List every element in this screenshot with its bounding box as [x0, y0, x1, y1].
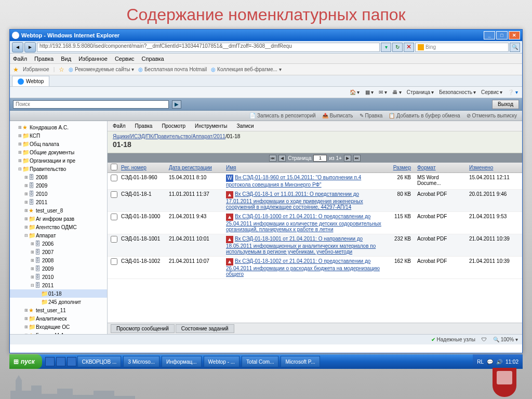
col-modified[interactable]: Изменено [466, 165, 522, 170]
submenu-edit[interactable]: Правка [135, 123, 153, 129]
document-link[interactable]: Вх СЭД-01-18-1 от 11.01.2011: О представ… [226, 191, 363, 210]
tree-item[interactable]: ⊞★test_user_8 [10, 206, 107, 215]
app-search-input[interactable] [13, 100, 169, 109]
home-icon[interactable]: 🏠 ▾ [350, 89, 360, 95]
tree-item[interactable]: ⊞★Герман М.А. [10, 331, 107, 334]
col-date[interactable]: Дата регистрации [166, 165, 223, 170]
favorites-label[interactable]: Избранное [23, 66, 49, 72]
tree-item[interactable]: ⊟🗄2011 [10, 281, 107, 289]
action-clipboard[interactable]: 📋 Добавить в буфер обмена [389, 113, 460, 118]
tree-item[interactable]: ⊟📁Правительство [10, 165, 107, 173]
tree-item[interactable]: ⊞📁Входящие ОС [10, 323, 107, 331]
back-button[interactable]: ◄ [12, 42, 23, 52]
address-input[interactable]: http://192.168.9.5:8080/ised/component/m… [37, 43, 380, 52]
col-size[interactable]: Размер [385, 165, 414, 170]
app-search-go[interactable]: ▶ [172, 100, 181, 109]
tree-item[interactable]: ⊞🗄2009 [10, 264, 107, 273]
select-all-checkbox[interactable] [111, 164, 117, 170]
pager-last[interactable]: ⏭ [353, 155, 361, 162]
forward-button[interactable]: ► [24, 42, 36, 52]
tree-item[interactable]: ⊞📁Общ палата [10, 140, 107, 148]
pager-first[interactable]: ⏮ [269, 155, 276, 162]
taskbar-item[interactable]: 3 Microso... [123, 356, 159, 367]
submenu-view[interactable]: Просмотр [162, 123, 185, 129]
menu-favorites[interactable]: Избранное [78, 56, 108, 62]
zoom-control[interactable]: 🔍 100% ▾ [493, 337, 518, 342]
action-edit[interactable]: ✎ Правка [360, 113, 383, 118]
webfragments-link[interactable]: ◎ Коллекция веб-фрагме... ▾ [211, 66, 281, 72]
row-checkbox[interactable] [111, 175, 117, 181]
submenu-file[interactable]: Файл [113, 123, 126, 129]
table-row[interactable]: СЭД-01-18-96015.04.2011 8:10WВн СЭД-01-1… [108, 173, 522, 190]
tree-item[interactable]: ⊞📁Аг инфром разв [10, 215, 107, 223]
row-checkbox[interactable] [111, 191, 117, 198]
tree-item[interactable]: ⊞🗄2008 [10, 256, 107, 264]
search-box[interactable]: Bing [415, 43, 509, 52]
tree-item[interactable]: ⊞📁Агентство ОДМС [10, 223, 107, 231]
breadcrumb-path[interactable]: Ящики/ИСЭД/ПК/Правительство/Аппарат/2011 [113, 134, 225, 139]
menu-file[interactable]: Файл [13, 56, 27, 62]
menu-tools[interactable]: Сервис [115, 56, 135, 62]
row-checkbox[interactable] [111, 258, 117, 265]
taskbar-item[interactable]: Microsoft P... [281, 356, 320, 367]
col-format[interactable]: Формат [414, 165, 466, 170]
tree-item[interactable]: 📁245 дополнит [10, 298, 107, 306]
tree-item[interactable]: ⊞📁КСП [10, 131, 107, 140]
maximize-button[interactable]: □ [496, 31, 508, 39]
ql-ie-icon[interactable] [45, 357, 55, 366]
tree-item[interactable]: ⊞🗄2007 [10, 248, 107, 256]
row-checkbox[interactable] [111, 236, 117, 243]
document-link[interactable]: Вх СЭД-01-18-1000 от 21.04.2011: О предо… [226, 214, 381, 232]
page-menu[interactable]: Страница ▾ [407, 89, 434, 95]
tree-item[interactable]: ⊞🗄2010 [10, 190, 107, 198]
col-reg[interactable]: Рег. номер [118, 165, 166, 170]
tree-item[interactable]: ⊞🗄2006 [10, 240, 107, 248]
document-link[interactable]: Вн СЭД-01-18-960 от 15.04.2011: "О выпол… [226, 175, 361, 188]
minimize-button[interactable]: _ [484, 31, 495, 39]
tree-item[interactable]: ⊞📁Общие документы [10, 148, 107, 156]
action-cancel[interactable]: ⊘ Отменить выписку [467, 113, 517, 118]
table-row[interactable]: СЭД-01-18-100021.04.2011 9:43▲Вх СЭД-01-… [108, 212, 522, 234]
close-button[interactable]: ✕ [509, 31, 520, 39]
submenu-tools[interactable]: Инструменты [195, 123, 227, 129]
tree-item[interactable]: ⊞★test_user_11 [10, 306, 107, 314]
tree-item[interactable]: ⊞📁Организации и пре [10, 156, 107, 165]
document-link[interactable]: Вх СЭД-01-18-1001 от 21.04.2011: О напра… [226, 236, 376, 255]
service-menu[interactable]: Сервис ▾ [481, 89, 502, 95]
start-button[interactable]: ⊞ пуск [9, 354, 42, 369]
star-icon[interactable]: ★ [13, 66, 19, 73]
action-save-repo[interactable]: 📄 Записать в репозиторий [249, 113, 316, 118]
tree-item[interactable]: ⊞📁Аналитическ [10, 314, 107, 323]
tab-tasks[interactable]: Состояние заданий [176, 324, 234, 333]
action-checkout[interactable]: 📤 Выписать [322, 113, 353, 118]
menu-view[interactable]: Вид [61, 56, 71, 62]
tree-item[interactable]: ⊞🗄2010 [10, 273, 107, 281]
menu-help[interactable]: Справка [142, 56, 164, 62]
hotmail-link[interactable]: ◎ Бесплатная почта Hotmail [138, 66, 207, 72]
tree-item[interactable]: ⊞🗄2011 [10, 198, 107, 206]
taskbar-item[interactable]: СКВОРЦОВ ... [77, 356, 122, 367]
mail-icon[interactable]: ✉ ▾ [379, 89, 387, 95]
pager-prev[interactable]: ◀ [278, 155, 286, 162]
taskbar-item[interactable]: Webtop - ... [204, 356, 240, 367]
tray-icon[interactable]: 💬 [487, 359, 493, 365]
pager-next[interactable]: ▶ [344, 155, 351, 162]
row-checkbox[interactable] [111, 214, 117, 220]
refresh-button[interactable]: ↻ [392, 43, 403, 52]
tab-webtop[interactable]: Webtop [12, 76, 49, 86]
taskbar-item[interactable]: Total Com... [242, 356, 278, 367]
tree-item[interactable]: ⊞🗄2009 [10, 181, 107, 190]
submenu-records[interactable]: Записи [236, 123, 254, 129]
table-row[interactable]: СЭД-01-18-100221.04.2011 10:07▲Вх СЭД-01… [108, 257, 522, 279]
tree-item[interactable]: ⊞★Кондрашов А.С. [10, 123, 107, 131]
feeds-icon[interactable]: ▦ ▾ [365, 89, 374, 95]
ql-desktop-icon[interactable] [67, 357, 76, 366]
help-icon[interactable]: ❔ ▾ [508, 89, 518, 95]
recommended-sites[interactable]: ◎ Рекомендуемые сайты ▾ [69, 66, 134, 72]
tray-volume-icon[interactable]: 🔊 [496, 359, 502, 365]
table-row[interactable]: СЭД-01-18-100121.04.2011 10:01▲Вх СЭД-01… [108, 234, 522, 257]
tab-messages[interactable]: Просмотр сообщений [111, 324, 175, 333]
lang-indicator[interactable]: RL [477, 359, 484, 365]
logout-button[interactable]: Выход [492, 100, 519, 109]
col-name[interactable]: Имя [223, 165, 385, 170]
